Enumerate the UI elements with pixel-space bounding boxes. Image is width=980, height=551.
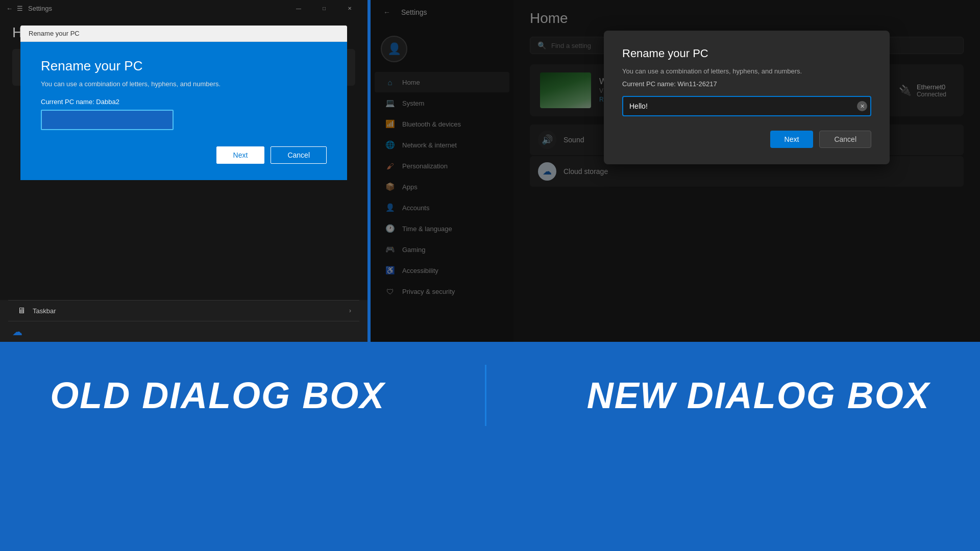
left-bottom-label: OLD DIALOG BOX — [50, 374, 385, 416]
old-dialog-titlebar: Rename your PC — [20, 26, 347, 42]
bottom-section: OLD DIALOG BOX NEW DIALOG BOX — [0, 342, 980, 449]
new-dialog-buttons: Next Cancel — [622, 131, 871, 148]
new-dialog-overlay: Rename your PC You can use a combination… — [371, 0, 980, 342]
old-dialog-overlay: Rename your PC Rename your PC You can us… — [0, 0, 368, 342]
new-dialog-input[interactable] — [622, 96, 871, 116]
taskbar-chevron: › — [349, 307, 351, 314]
new-cancel-button[interactable]: Cancel — [819, 131, 871, 148]
taskbar-label: Taskbar — [33, 307, 56, 315]
old-next-button[interactable]: Next — [216, 146, 265, 164]
taskbar-item[interactable]: 🖥 Taskbar › — [4, 300, 363, 321]
old-dialog-heading: Rename your PC — [41, 58, 327, 74]
bottom-divider — [485, 365, 486, 426]
old-dialog-title-text: Rename your PC — [29, 30, 80, 37]
onedrive-icon: ☁ — [12, 325, 22, 338]
new-dialog: Rename your PC You can use a combination… — [604, 31, 890, 164]
old-dialog: Rename your PC Rename your PC You can us… — [20, 26, 347, 180]
old-dialog-buttons: Next Cancel — [41, 146, 327, 168]
onedrive-item[interactable]: ☁ — [0, 321, 368, 342]
old-dialog-pcname: Current PC name: Dabba2 — [41, 98, 327, 106]
old-cancel-button[interactable]: Cancel — [271, 146, 327, 164]
old-dialog-body: Rename your PC You can use a combination… — [20, 42, 347, 180]
new-dialog-pcname: Current PC name: Win11-26217 — [622, 80, 871, 88]
left-panel: ← ☰ Settings — □ ✕ Home 👤 Dabba2 📶 Tenda… — [0, 0, 368, 342]
new-dialog-clear-button[interactable]: ✕ — [857, 101, 867, 111]
new-dialog-subtitle: You can use a combination of letters, hy… — [622, 67, 871, 75]
right-panel: ← Settings 👤 ⌂ Home 💻 System 📶 — [371, 0, 980, 342]
old-dialog-subtitle: You can use a combination of letters, hy… — [41, 80, 327, 88]
right-bottom-label: NEW DIALOG BOX — [587, 374, 930, 416]
new-next-button[interactable]: Next — [770, 131, 814, 148]
old-dialog-input[interactable] — [41, 110, 174, 130]
new-dialog-title: Rename your PC — [622, 47, 871, 60]
taskbar-icon: 🖥 — [16, 306, 27, 316]
left-bottom-items: 🖥 Taskbar › ☁ — [0, 300, 368, 342]
new-dialog-input-wrap: ✕ — [622, 96, 871, 116]
